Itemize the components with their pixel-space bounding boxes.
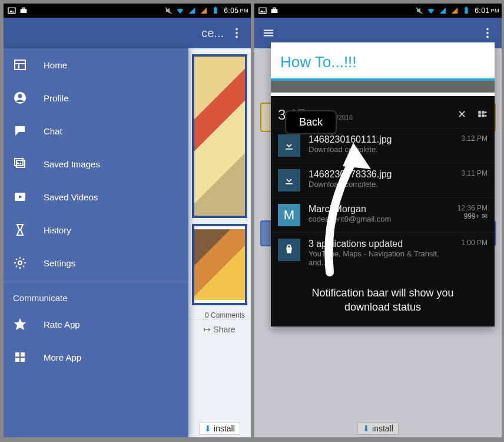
app-title: ce... bbox=[7, 27, 226, 40]
drawer-item-label: Profile bbox=[44, 93, 69, 103]
notification-time: 1:00 PM bbox=[461, 239, 488, 247]
drawer-divider bbox=[4, 282, 188, 282]
svg-rect-46 bbox=[482, 114, 485, 117]
svg-rect-36 bbox=[466, 6, 467, 7]
svg-rect-35 bbox=[465, 8, 467, 14]
drawer-item-label: More App bbox=[44, 352, 81, 362]
drawer-item-chat[interactable]: Chat bbox=[4, 114, 188, 147]
install-button[interactable]: ⬇ install bbox=[199, 422, 240, 435]
notification-row[interactable]: 1468230078336.jpg Download complete. 3:1… bbox=[271, 163, 495, 197]
notification-row[interactable]: 3 applications updated YouTube, Maps - N… bbox=[271, 232, 495, 273]
signal1-icon bbox=[187, 6, 197, 15]
download-icon bbox=[278, 134, 300, 157]
svg-marker-5 bbox=[189, 8, 195, 14]
svg-marker-23 bbox=[14, 318, 26, 330]
hamburger-icon[interactable] bbox=[258, 22, 279, 44]
home-icon bbox=[12, 57, 28, 73]
notification-time: 3:11 PM bbox=[461, 169, 488, 177]
battery-icon bbox=[211, 6, 220, 15]
back-button[interactable]: Back bbox=[285, 110, 337, 134]
feed-backdrop: 0 Comments ↦ Share ⬇ install bbox=[188, 48, 251, 437]
drawer-item-settings[interactable]: Settings bbox=[4, 246, 188, 279]
comments-count[interactable]: 0 Comments bbox=[205, 311, 245, 319]
status-time: 6:05 bbox=[224, 6, 238, 15]
briefcase-icon bbox=[270, 6, 279, 15]
drawer-item-home[interactable]: Home bbox=[4, 48, 188, 81]
images-icon bbox=[12, 156, 28, 172]
mute-icon bbox=[415, 6, 424, 15]
svg-rect-3 bbox=[22, 8, 25, 9]
notification-subtitle: Download complete. bbox=[309, 180, 457, 189]
svg-point-16 bbox=[18, 94, 22, 98]
grid-icon[interactable] bbox=[477, 110, 488, 122]
notification-time: 12:36 PM bbox=[457, 204, 488, 212]
close-icon[interactable]: ✕ bbox=[457, 108, 466, 120]
status-ampm: PM bbox=[240, 8, 249, 14]
dialog-title: How To...!!! bbox=[271, 42, 495, 81]
playstore-icon bbox=[278, 239, 300, 261]
avatar-letter-icon: M bbox=[278, 204, 300, 226]
share-button[interactable]: ↦ Share bbox=[204, 325, 235, 334]
svg-rect-44 bbox=[478, 114, 481, 117]
svg-marker-29 bbox=[260, 10, 265, 12]
svg-rect-25 bbox=[21, 352, 25, 357]
svg-rect-24 bbox=[15, 352, 19, 357]
notification-subtitle: Download complete. bbox=[309, 145, 457, 154]
mute-icon bbox=[164, 6, 173, 15]
gear-icon bbox=[12, 255, 28, 271]
drawer-item-saved-videos[interactable]: Saved Videos bbox=[4, 180, 188, 213]
svg-rect-43 bbox=[478, 111, 481, 114]
notification-time: 3:12 PM bbox=[461, 134, 488, 143]
signal2-icon bbox=[450, 6, 459, 15]
feed-photo[interactable] bbox=[192, 224, 247, 305]
drawer-item-saved-images[interactable]: Saved Images bbox=[4, 147, 188, 180]
svg-point-41 bbox=[486, 32, 489, 34]
drawer-item-rate-app[interactable]: Rate App bbox=[4, 308, 188, 341]
svg-point-40 bbox=[486, 28, 489, 31]
svg-marker-33 bbox=[440, 8, 446, 14]
svg-point-48 bbox=[485, 115, 487, 117]
drawer-item-more-app[interactable]: More App bbox=[4, 341, 188, 374]
tutorial-caption: Notification baar will show you download… bbox=[271, 273, 495, 319]
svg-rect-2 bbox=[21, 9, 27, 13]
wifi-icon bbox=[426, 6, 436, 15]
drawer-item-label: Saved Videos bbox=[44, 192, 98, 202]
picture-icon bbox=[258, 6, 267, 15]
svg-rect-31 bbox=[273, 8, 276, 9]
svg-rect-30 bbox=[271, 9, 278, 13]
drawer-item-label: Settings bbox=[44, 258, 75, 268]
status-ampm: PM bbox=[491, 8, 500, 14]
status-bar: 6:05 PM bbox=[4, 4, 251, 18]
drawer-item-label: Chat bbox=[44, 126, 62, 136]
videos-icon bbox=[12, 189, 28, 205]
notification-title: 1468230078336.jpg bbox=[309, 169, 457, 180]
svg-point-9 bbox=[236, 28, 238, 31]
drawer-item-history[interactable]: History bbox=[4, 213, 188, 246]
profile-icon bbox=[12, 90, 28, 106]
signal1-icon bbox=[438, 6, 447, 15]
svg-rect-12 bbox=[15, 60, 25, 70]
svg-rect-26 bbox=[15, 358, 19, 362]
svg-rect-7 bbox=[214, 8, 217, 14]
svg-point-11 bbox=[236, 36, 238, 38]
svg-marker-34 bbox=[452, 8, 458, 14]
battery-icon bbox=[462, 6, 471, 15]
photo-placeholder bbox=[194, 57, 245, 216]
svg-marker-1 bbox=[9, 10, 14, 12]
notification-title: 3 applications updated bbox=[309, 239, 457, 249]
more-icon[interactable] bbox=[226, 22, 247, 44]
status-bar: 6:01 PM bbox=[254, 4, 502, 18]
svg-rect-8 bbox=[215, 6, 217, 7]
photo-placeholder bbox=[194, 229, 245, 300]
drawer-item-label: Home bbox=[44, 60, 67, 70]
right-screenshot: 6:01 PM ⬇ install bbox=[254, 4, 502, 437]
notification-title: Marci Morgan bbox=[309, 204, 454, 215]
notification-subtitle: YouTube, Maps - Navigation & Transit, an… bbox=[309, 249, 457, 267]
apps-icon bbox=[12, 349, 28, 365]
svg-rect-45 bbox=[482, 111, 485, 114]
drawer-item-profile[interactable]: Profile bbox=[4, 81, 188, 114]
feed-photo[interactable] bbox=[192, 54, 247, 218]
history-icon bbox=[12, 222, 28, 238]
more-icon[interactable] bbox=[477, 22, 498, 44]
notification-row[interactable]: M Marci Morgan codeagent0@gmail.com 12:3… bbox=[271, 197, 495, 232]
